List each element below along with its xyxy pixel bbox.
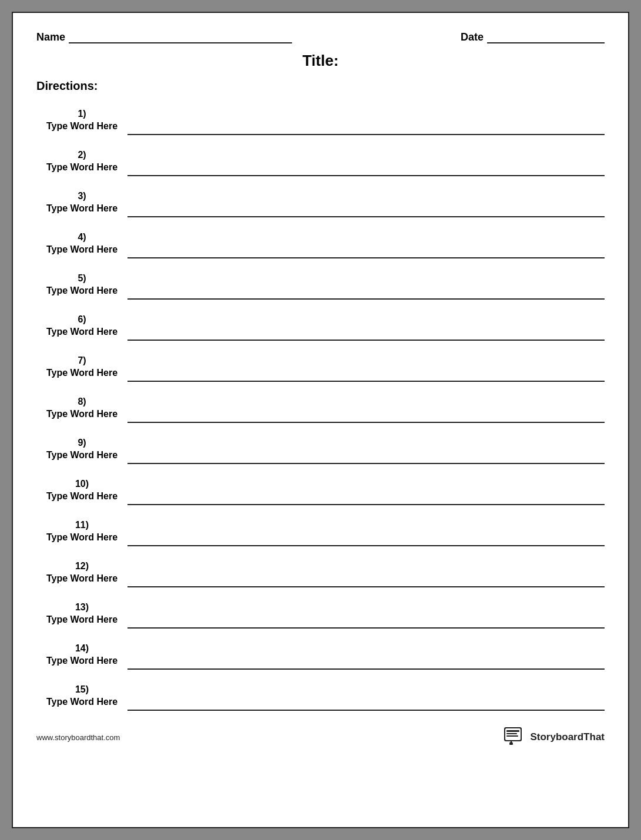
- svg-rect-2: [506, 730, 519, 732]
- title-row: Title:: [36, 52, 605, 70]
- vocab-answer-line[interactable]: [127, 694, 605, 711]
- vocab-number: 14): [36, 643, 127, 655]
- vocab-label-2: 2)Type Word Here: [36, 149, 127, 176]
- vocab-number: 2): [36, 149, 127, 162]
- vocab-answer-line[interactable]: [127, 365, 605, 382]
- vocab-word: Type Word Here: [36, 244, 127, 256]
- vocab-item: 11)Type Word Here: [36, 510, 605, 546]
- vocab-number: 11): [36, 519, 127, 532]
- date-label: Date: [461, 31, 484, 43]
- vocab-item: 3)Type Word Here: [36, 181, 605, 217]
- vocab-item: 9)Type Word Here: [36, 428, 605, 464]
- vocab-list: 1)Type Word Here2)Type Word Here3)Type W…: [36, 99, 605, 711]
- vocab-answer-line[interactable]: [127, 324, 605, 341]
- vocab-item: 7)Type Word Here: [36, 345, 605, 382]
- vocab-number: 15): [36, 684, 127, 696]
- vocab-item: 13)Type Word Here: [36, 592, 605, 629]
- vocab-answer-line[interactable]: [127, 201, 605, 217]
- directions-label: Directions:: [36, 79, 98, 92]
- vocab-word: Type Word Here: [36, 696, 127, 708]
- svg-rect-4: [506, 735, 518, 737]
- vocab-number: 12): [36, 560, 127, 573]
- logo-text: StoryboardThat: [530, 731, 605, 743]
- name-field: Name: [36, 31, 292, 43]
- title-text: Title:: [303, 52, 339, 69]
- vocab-label-8: 8)Type Word Here: [36, 396, 127, 423]
- vocab-item: 15)Type Word Here: [36, 674, 605, 711]
- vocab-word: Type Word Here: [36, 285, 127, 297]
- vocab-word: Type Word Here: [36, 655, 127, 667]
- vocab-label-7: 7)Type Word Here: [36, 355, 127, 382]
- vocab-number: 1): [36, 108, 127, 120]
- vocab-number: 13): [36, 602, 127, 614]
- vocab-answer-line[interactable]: [127, 571, 605, 587]
- logo-icon: [504, 727, 525, 747]
- vocab-word: Type Word Here: [36, 162, 127, 174]
- vocab-item: 6)Type Word Here: [36, 304, 605, 341]
- vocab-word: Type Word Here: [36, 573, 127, 585]
- vocab-item: 8)Type Word Here: [36, 387, 605, 423]
- footer-url: www.storyboardthat.com: [36, 733, 120, 742]
- vocab-item: 5)Type Word Here: [36, 263, 605, 300]
- footer: www.storyboardthat.com StoryboardThat: [36, 723, 605, 747]
- vocab-label-5: 5)Type Word Here: [36, 273, 127, 300]
- vocab-answer-line[interactable]: [127, 406, 605, 423]
- vocab-number: 10): [36, 478, 127, 490]
- vocab-label-14: 14)Type Word Here: [36, 643, 127, 670]
- vocab-label-11: 11)Type Word Here: [36, 519, 127, 546]
- vocab-answer-line[interactable]: [127, 530, 605, 546]
- directions-row: Directions:: [36, 79, 605, 93]
- vocab-answer-line[interactable]: [127, 119, 605, 135]
- vocab-word: Type Word Here: [36, 367, 127, 379]
- vocab-label-4: 4)Type Word Here: [36, 231, 127, 258]
- vocab-word: Type Word Here: [36, 120, 127, 133]
- vocab-item: 4)Type Word Here: [36, 222, 605, 258]
- vocab-item: 1)Type Word Here: [36, 99, 605, 135]
- vocab-word: Type Word Here: [36, 326, 127, 338]
- vocab-answer-line[interactable]: [127, 242, 605, 258]
- vocab-item: 2)Type Word Here: [36, 140, 605, 176]
- svg-rect-6: [511, 741, 512, 744]
- vocab-answer-line[interactable]: [127, 448, 605, 464]
- vocab-word: Type Word Here: [36, 203, 127, 215]
- vocab-label-12: 12)Type Word Here: [36, 560, 127, 587]
- footer-logo: StoryboardThat: [504, 727, 605, 747]
- vocab-item: 10)Type Word Here: [36, 469, 605, 505]
- vocab-number: 5): [36, 273, 127, 285]
- vocab-number: 6): [36, 314, 127, 326]
- name-input-line: [69, 31, 292, 43]
- vocab-number: 3): [36, 190, 127, 203]
- vocab-answer-line[interactable]: [127, 283, 605, 300]
- vocab-label-1: 1)Type Word Here: [36, 108, 127, 135]
- worksheet-page: Name Date Title: Directions: 1)Type Word…: [12, 12, 629, 828]
- vocab-number: 4): [36, 231, 127, 244]
- vocab-answer-line[interactable]: [127, 653, 605, 670]
- vocab-word: Type Word Here: [36, 614, 127, 626]
- vocab-answer-line[interactable]: [127, 489, 605, 505]
- date-input-line: [487, 31, 605, 43]
- vocab-item: 12)Type Word Here: [36, 551, 605, 587]
- vocab-word: Type Word Here: [36, 408, 127, 421]
- vocab-word: Type Word Here: [36, 532, 127, 544]
- vocab-answer-line[interactable]: [127, 612, 605, 629]
- vocab-label-13: 13)Type Word Here: [36, 602, 127, 629]
- vocab-number: 8): [36, 396, 127, 408]
- vocab-word: Type Word Here: [36, 449, 127, 462]
- vocab-label-9: 9)Type Word Here: [36, 437, 127, 464]
- vocab-number: 9): [36, 437, 127, 449]
- vocab-number: 7): [36, 355, 127, 367]
- date-field: Date: [461, 31, 605, 43]
- name-label: Name: [36, 31, 65, 43]
- vocab-word: Type Word Here: [36, 490, 127, 503]
- vocab-answer-line[interactable]: [127, 160, 605, 176]
- vocab-item: 14)Type Word Here: [36, 633, 605, 670]
- vocab-label-15: 15)Type Word Here: [36, 684, 127, 711]
- header-row: Name Date: [36, 31, 605, 46]
- vocab-label-10: 10)Type Word Here: [36, 478, 127, 505]
- vocab-label-3: 3)Type Word Here: [36, 190, 127, 217]
- vocab-label-6: 6)Type Word Here: [36, 314, 127, 341]
- svg-rect-3: [506, 733, 517, 734]
